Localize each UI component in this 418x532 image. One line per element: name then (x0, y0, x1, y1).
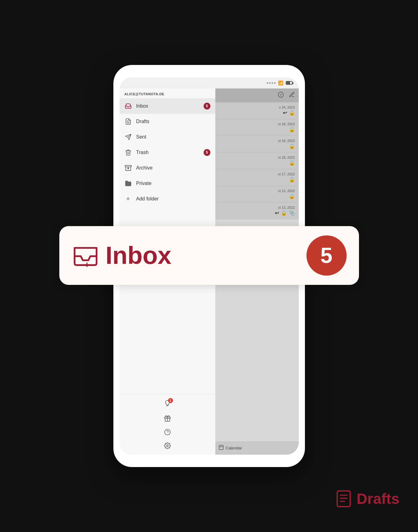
sidebar-bottom: 1 (120, 394, 215, 455)
email-date: ct 18, 2022 (219, 156, 295, 159)
gift-icon-item[interactable] (120, 412, 215, 425)
drafts-label: Drafts (335, 490, 399, 507)
calendar-tab[interactable]: Calendar (215, 441, 299, 455)
email-item-icons: 🔒 (219, 193, 295, 199)
bottom-icon-row: 1 (120, 397, 215, 452)
inbox-tooltip: + Inbox 5 (59, 226, 359, 285)
svg-point-11 (167, 445, 168, 447)
sidebar-item-trash-label: Trash (136, 150, 199, 155)
email-item[interactable]: ct 13, 2022 ↩ 🔒 📎 (215, 203, 299, 219)
lock-icon: 🔒 (289, 160, 295, 166)
email-date: ct 17, 2022 (219, 172, 295, 176)
sidebar-item-inbox-label: Inbox (136, 103, 199, 109)
sidebar-item-inbox[interactable]: Inbox 5 (120, 98, 215, 114)
email-item-icons: 🔒 (219, 127, 295, 132)
sidebar-item-trash[interactable]: Trash 5 (120, 145, 215, 160)
email-date: ct 13, 2022 (219, 189, 295, 193)
archive-icon (125, 164, 132, 172)
email-date: v 24, 2022 (219, 105, 295, 109)
tip-notification-badge: 1 (168, 398, 173, 403)
sidebar-item-drafts[interactable]: Drafts (120, 114, 215, 129)
tooltip-inbox-label: Inbox (106, 243, 171, 268)
folder-icon (125, 180, 132, 187)
tooltip-left: + Inbox (72, 243, 171, 268)
drafts-label-icon (335, 490, 352, 507)
tooltip-badge: 5 (306, 235, 347, 276)
sidebar-item-add-folder[interactable]: + Add folder (120, 191, 215, 207)
email-panel-header (215, 88, 299, 102)
user-email: ALICE@TUTANOTA.DE (125, 92, 210, 96)
email-item[interactable]: ct 18, 2022 🔒 (215, 119, 299, 136)
sidebar-header: ALICE@TUTANOTA.DE (120, 88, 215, 98)
email-item-icons: 🔒 (219, 177, 295, 182)
plus-sign: + (84, 260, 89, 269)
svg-rect-4 (125, 165, 131, 167)
help-icon (164, 429, 171, 435)
sent-icon (125, 133, 132, 141)
settings-icon-item[interactable] (120, 439, 215, 452)
sidebar-item-sent-label: Sent (136, 134, 210, 140)
sidebar-item-private[interactable]: Private (120, 176, 215, 191)
email-date: ct 18, 2022 (219, 122, 295, 126)
reply-icon: ↩ (283, 110, 287, 116)
email-item[interactable]: ct 17, 2022 🔒 (215, 169, 299, 186)
sidebar-item-add-folder-label: Add folder (136, 196, 210, 202)
add-folder-icon: + (125, 195, 132, 203)
email-item[interactable]: ct 18, 2022 🔒 (215, 136, 299, 152)
sidebar-item-drafts-label: Drafts (136, 119, 210, 124)
gift-icon (164, 415, 171, 422)
trash-badge: 5 (204, 149, 210, 156)
svg-rect-13 (219, 445, 223, 450)
sidebar-item-sent[interactable]: Sent (120, 129, 215, 145)
inbox-icon (125, 102, 132, 110)
lock-icon: 🔒 (289, 143, 295, 149)
lock-icon: 🔒 (289, 110, 295, 116)
attachment-icon: 📎 (289, 210, 295, 216)
email-item-icons: ↩ 🔒 📎 (219, 210, 295, 216)
email-date: ct 18, 2022 (219, 139, 295, 143)
trash-icon (125, 149, 132, 156)
help-icon-item[interactable] (120, 426, 215, 439)
email-item-icons: 🔒 (219, 143, 295, 149)
email-item[interactable]: ct 13, 2022 🔒 (215, 186, 299, 203)
drafts-icon (125, 118, 132, 125)
check-circle-icon[interactable] (278, 92, 284, 99)
lock-icon: 🔒 (289, 177, 295, 182)
signal-dots (267, 82, 276, 84)
tip-icon-item[interactable]: 1 (120, 397, 215, 411)
sidebar-item-archive[interactable]: Archive (120, 160, 215, 176)
compose-icon[interactable] (289, 92, 295, 99)
status-bar: 📶 (120, 77, 299, 88)
calendar-tab-label: Calendar (226, 446, 242, 450)
drafts-label-text: Drafts (357, 490, 399, 507)
lock-icon: 🔒 (289, 127, 295, 132)
email-item-icons: 🔒 (219, 160, 295, 166)
sidebar-item-private-label: Private (136, 181, 210, 186)
email-item[interactable]: ct 18, 2022 🔒 (215, 152, 299, 169)
reply-icon: ↩ (275, 210, 279, 216)
lock-icon: 🔒 (281, 210, 287, 216)
inbox-icon-large: + (72, 243, 99, 268)
email-date: ct 13, 2022 (219, 206, 295, 209)
sidebar-item-archive-label: Archive (136, 165, 210, 171)
email-item[interactable]: v 24, 2022 ↩ 🔒 (215, 102, 299, 119)
settings-icon (164, 442, 171, 449)
calendar-icon (218, 444, 224, 452)
wifi-icon: 📶 (278, 80, 283, 85)
battery-icon (286, 81, 293, 85)
lock-icon: 🔒 (289, 193, 295, 199)
inbox-badge: 5 (204, 103, 210, 109)
email-item-icons: ↩ 🔒 (219, 110, 295, 116)
